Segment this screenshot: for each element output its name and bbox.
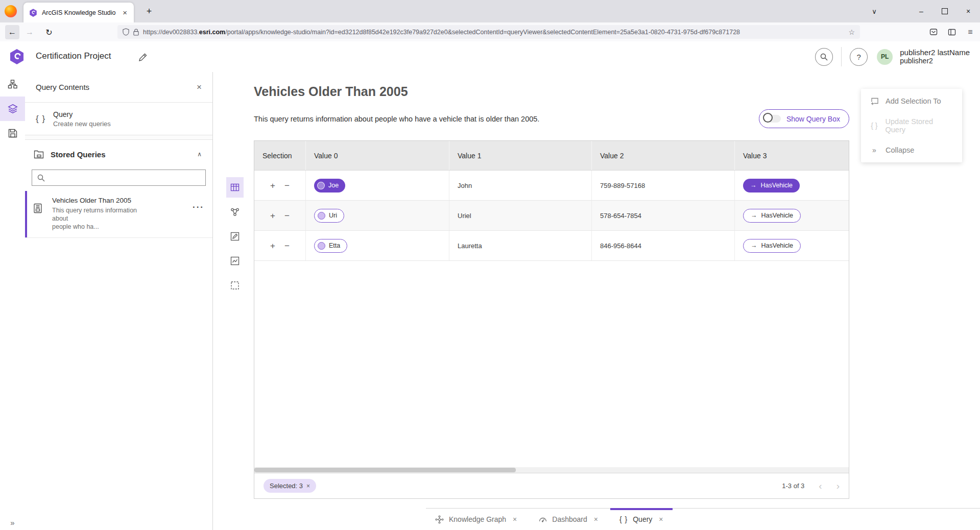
avatar[interactable]: PL	[877, 49, 893, 65]
cell-value: 578-654-7854	[600, 212, 641, 220]
entity-pill[interactable]: Uri	[314, 209, 344, 223]
entity-pill[interactable]: Etta	[314, 239, 347, 253]
braces-icon: { }	[619, 515, 628, 523]
stored-queries-title: Stored Queries	[51, 150, 190, 159]
view-tabs-bar: Knowledge Graph × Dashboard × { } Query …	[426, 508, 980, 530]
close-tab-icon[interactable]: ×	[594, 515, 598, 523]
window-controls: – ×	[910, 0, 980, 22]
tab-query[interactable]: { } Query ×	[610, 509, 673, 530]
edit-box-icon	[230, 232, 240, 241]
selection-context-menu: Add Selection To { } Update Stored Query…	[861, 89, 962, 162]
close-tab-icon[interactable]: ×	[659, 515, 663, 523]
tab-knowledge-graph[interactable]: Knowledge Graph ×	[426, 509, 526, 530]
knowledge-graph-icon	[435, 515, 444, 524]
remove-from-selection-button[interactable]: −	[284, 242, 290, 250]
project-tree-icon	[8, 79, 18, 89]
collapse-section-icon[interactable]: ∧	[197, 151, 202, 158]
forward-button[interactable]: →	[22, 25, 37, 39]
stored-queries-search[interactable]	[32, 170, 206, 186]
relationship-pill[interactable]: →HasVehicle	[743, 239, 801, 253]
menu-icon[interactable]: ≡	[964, 26, 977, 39]
arcgis-favicon-icon	[29, 8, 38, 17]
link-chart-view-button[interactable]	[226, 202, 244, 222]
body: » Query Contents × { } Query Create new …	[0, 72, 980, 530]
menu-item-add-selection-to[interactable]: Add Selection To	[861, 89, 962, 113]
previous-page-icon[interactable]: ‹	[819, 481, 822, 491]
save-button[interactable]	[0, 121, 25, 146]
selection-tools-button[interactable]	[226, 275, 244, 296]
window-maximize-button[interactable]	[933, 0, 957, 22]
next-page-icon[interactable]: ›	[836, 481, 840, 491]
relationship-pill[interactable]: →HasVehicle	[743, 179, 800, 192]
panel-close-icon[interactable]: ×	[197, 82, 202, 92]
contents-button[interactable]	[0, 97, 25, 121]
add-to-selection-button[interactable]: +	[270, 242, 275, 250]
stored-queries-folder-icon	[34, 150, 44, 159]
address-bar[interactable]: https://dev0028833.esri.com/portal/apps/…	[117, 25, 860, 39]
menu-item-collapse[interactable]: » Collapse	[861, 138, 962, 162]
show-query-box-toggle[interactable]: Show Query Box	[759, 109, 849, 128]
arcgis-knowledge-logo	[9, 48, 25, 65]
column-header-selection[interactable]: Selection	[254, 141, 305, 170]
new-query-item[interactable]: { } Query Create new queries	[25, 103, 212, 135]
list-tabs-icon[interactable]: ∨	[866, 0, 883, 22]
stored-query-item[interactable]: Vehicles Older Than 2005 This query retu…	[25, 191, 212, 238]
query-item-title: Query	[53, 110, 111, 118]
app-header: Certification Project ? PL publisher2 la…	[0, 41, 980, 73]
project-tree-button[interactable]	[0, 72, 25, 97]
help-button[interactable]: ?	[850, 48, 868, 66]
user-name-line1: publisher2 lastName	[900, 48, 970, 57]
column-header-value0[interactable]: Value 0	[305, 141, 449, 170]
screen: ArcGIS Knowledge Studio × + ∨ – × ← → ↻ …	[0, 0, 980, 530]
remove-from-selection-button[interactable]: −	[284, 211, 290, 220]
add-selection-icon	[870, 97, 879, 106]
table-view-icon	[230, 183, 240, 192]
back-button[interactable]: ←	[5, 25, 19, 39]
menu-item-update-stored-query[interactable]: { } Update Stored Query	[861, 113, 962, 138]
table-view-button[interactable]	[226, 177, 244, 198]
add-to-selection-button[interactable]: +	[270, 181, 275, 190]
column-header-value1[interactable]: Value 1	[449, 141, 591, 170]
entity-pill[interactable]: Joe	[314, 179, 345, 192]
stored-queries-header[interactable]: Stored Queries ∧	[25, 140, 212, 163]
window-close-button[interactable]: ×	[957, 0, 980, 22]
toggle-switch[interactable]	[764, 115, 781, 123]
shield-icon[interactable]	[123, 28, 129, 36]
user-name[interactable]: publisher2 lastName publisher2	[900, 48, 970, 65]
search-button[interactable]	[815, 48, 833, 66]
clear-selection-icon[interactable]: ×	[306, 483, 310, 490]
add-to-selection-button[interactable]: +	[270, 211, 275, 220]
edit-view-button[interactable]	[226, 226, 244, 247]
new-tab-button[interactable]: +	[142, 4, 156, 18]
column-header-value3[interactable]: Value 3	[734, 141, 849, 170]
browser-tab[interactable]: ArcGIS Knowledge Studio ×	[23, 3, 134, 22]
bookmark-star-icon[interactable]: ☆	[848, 28, 855, 36]
close-tab-icon[interactable]: ×	[513, 515, 517, 523]
tab-close-icon[interactable]: ×	[121, 8, 129, 17]
relationship-pill[interactable]: →HasVehicle	[743, 209, 801, 223]
chart-view-button[interactable]	[226, 251, 244, 271]
lock-icon[interactable]	[133, 29, 139, 36]
layers-icon	[7, 103, 18, 114]
window-minimize-button[interactable]: –	[910, 0, 933, 22]
remove-from-selection-button[interactable]: −	[284, 181, 290, 190]
scrollbar-thumb[interactable]	[254, 468, 516, 472]
table-row: + − Joe John 759-889-57168 →HasVehicle	[254, 171, 849, 201]
edit-title-button[interactable]	[136, 51, 149, 64]
sidebars-icon[interactable]	[945, 26, 959, 39]
entity-node-icon	[318, 212, 325, 220]
expand-rail-icon[interactable]: »	[0, 518, 25, 527]
horizontal-scrollbar[interactable]	[254, 467, 849, 473]
tab-dashboard[interactable]: Dashboard ×	[529, 509, 607, 530]
search-input[interactable]	[49, 174, 200, 182]
column-header-value2[interactable]: Value 2	[591, 141, 734, 170]
query-description: This query returns information about peo…	[254, 115, 539, 123]
item-options-icon[interactable]: ···	[193, 202, 204, 212]
toggle-label: Show Query Box	[786, 115, 840, 123]
firefox-icon[interactable]	[5, 5, 17, 17]
reload-button[interactable]: ↻	[42, 25, 56, 39]
save-icon	[8, 128, 18, 138]
url-text[interactable]: https://dev0028833.esri.com/portal/apps/…	[143, 29, 844, 36]
pocket-icon[interactable]	[927, 26, 940, 39]
selected-count-chip[interactable]: Selected: 3 ×	[264, 479, 316, 493]
